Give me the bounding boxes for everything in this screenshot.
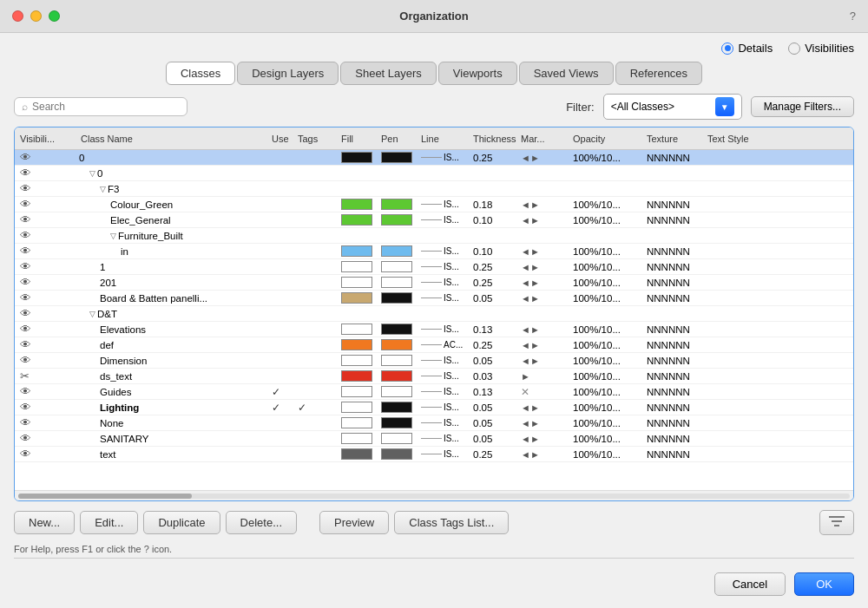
eye-icon[interactable]: 👁 [20,198,31,211]
table-row[interactable]: 👁▽F3 [15,181,853,197]
scrollbar-thumb[interactable] [18,494,192,499]
collapse-triangle[interactable]: ▽ [110,232,116,240]
collapse-triangle[interactable]: ▽ [89,169,95,178]
eye-icon[interactable]: 👁 [20,307,31,320]
table-row[interactable]: 👁Guides✓IS...0.13✕100%/10...NNNNNN [15,384,853,400]
delete-button[interactable]: Delete... [226,511,297,534]
table-row[interactable]: 👁1IS...0.25◄►100%/10...NNNNNN [15,259,853,275]
eye-icon[interactable]: 👁 [20,213,31,226]
table-row[interactable]: 👁SANITARYIS...0.05◄►100%/10...NNNNNN [15,431,853,447]
collapse-triangle[interactable]: ▽ [100,185,106,193]
use-cell [270,376,296,377]
fill-cell [339,151,379,164]
table-row[interactable]: 👁textIS...0.25◄►100%/10...NNNNNN [15,447,853,462]
manage-filters-button[interactable]: Manage Filters... [751,96,854,117]
textstyle-cell [706,297,775,299]
fill-cell [339,213,379,226]
eye-icon[interactable]: 👁 [20,354,31,367]
visibility-cell: 👁 [18,181,79,196]
table-row[interactable]: ✂ds_textIS...0.03►100%/10...NNNNNN [15,369,853,384]
eye-icon[interactable]: 👁 [20,401,31,414]
tags-cell [296,454,339,455]
use-cell [270,360,296,362]
table-row[interactable]: 👁NoneIS...0.05◄►100%/10...NNNNNN [15,415,853,431]
class-name-text: F3 [108,184,119,194]
thickness-cell: 0.05 [471,417,519,429]
table-row[interactable]: 👁defAC...0.25◄►100%/10...NNNNNN [15,337,853,353]
eye-icon[interactable]: 👁 [20,182,31,195]
horizontal-scrollbar[interactable] [15,490,853,500]
line-text: IS... [444,434,459,443]
textstyle-cell [706,407,775,409]
table-row[interactable]: 👁DimensionIS...0.05◄►100%/10...NNNNNN [15,353,853,369]
table-row[interactable]: 👁Colour_GreenIS...0.18◄►100%/10...NNNNNN [15,197,853,212]
use-cell [270,297,296,299]
eye-icon[interactable]: 👁 [20,167,31,180]
eye-icon[interactable]: 👁 [20,229,31,242]
thickness-cell: 0.25 [471,339,519,351]
close-button[interactable] [12,10,23,22]
eye-icon[interactable]: 👁 [20,151,31,164]
table-row[interactable]: 👁inIS...0.10◄►100%/10...NNNNNN [15,244,853,259]
scissors-icon[interactable]: ✂ [20,369,30,382]
table-row[interactable]: 👁ElevationsIS...0.13◄►100%/10...NNNNNN [15,322,853,337]
textstyle-cell [706,188,775,190]
search-box[interactable]: ⌕ [14,97,187,116]
eye-icon[interactable]: 👁 [20,323,31,336]
details-radio-circle [721,42,733,55]
table-row[interactable]: 👁Elec_GeneralIS...0.10◄►100%/10...NNNNNN [15,212,853,228]
texture-cell: NNNNNN [645,448,706,461]
new-button[interactable]: New... [14,511,75,534]
collapse-triangle[interactable]: ▽ [89,310,95,318]
maximize-button[interactable] [49,10,60,22]
thickness-cell: 0.25 [471,448,519,461]
marker-cell: ◄► [519,277,571,289]
eye-icon[interactable]: 👁 [20,291,31,304]
eye-icon[interactable]: 👁 [20,385,31,398]
table-row[interactable]: 👁▽D&T [15,306,853,322]
class-name-text: text [100,449,116,460]
eye-icon[interactable]: 👁 [20,260,31,273]
visibility-cell: 👁 [18,431,79,446]
table-row[interactable]: 👁▽0 [15,166,853,181]
tab-design-layers[interactable]: Design Layers [237,62,339,85]
eye-icon[interactable]: 👁 [20,432,31,445]
settings-icon-button[interactable] [819,510,854,535]
th-marker: Mar... [519,132,571,146]
filter-select[interactable]: <All Classes> ▼ [603,94,742,120]
tab-viewports[interactable]: Viewports [438,62,517,85]
table-row[interactable]: 👁0IS...0.25◄►100%/10...NNNNNN [15,150,853,166]
eye-icon[interactable]: 👁 [20,245,31,258]
edit-button[interactable]: Edit... [80,511,138,534]
table-row[interactable]: 👁▽Furniture_Built [15,228,853,244]
tab-classes[interactable]: Classes [166,62,235,85]
tab-sheet-layers[interactable]: Sheet Layers [340,62,437,85]
table-row[interactable]: 👁Board & Batten panelli...IS...0.05◄►100… [15,291,853,306]
help-icon[interactable]: ? [850,10,856,23]
line-cell: IS... [419,324,471,335]
class-tags-button[interactable]: Class Tags List... [394,511,509,534]
table-row[interactable]: 👁201IS...0.25◄►100%/10...NNNNNN [15,275,853,291]
divider [14,558,854,559]
textstyle-cell [706,157,775,159]
preview-button[interactable]: Preview [319,511,389,534]
search-input[interactable] [32,101,180,113]
ok-button[interactable]: OK [794,572,854,596]
cancel-button[interactable]: Cancel [714,572,786,596]
filter-dropdown-arrow[interactable]: ▼ [715,97,734,116]
eye-icon[interactable]: 👁 [20,448,31,461]
details-radio[interactable]: Details [721,42,773,55]
visibilities-radio[interactable]: Visibilities [788,42,854,55]
duplicate-button[interactable]: Duplicate [143,511,220,534]
tags-cell: ✓ [296,401,339,415]
eye-icon[interactable]: 👁 [20,416,31,429]
tab-references[interactable]: References [615,62,702,85]
table-row[interactable]: 👁Lighting✓✓IS...0.05◄►100%/10...NNNNNN [15,400,853,415]
eye-icon[interactable]: 👁 [20,338,31,351]
fill-cell [339,235,379,237]
minimize-button[interactable] [30,10,42,22]
eye-icon[interactable]: 👁 [20,276,31,289]
opacity-cell: 100%/10... [571,402,645,414]
marker-arrows: ◄► [521,153,540,163]
tab-saved-views[interactable]: Saved Views [519,62,614,85]
